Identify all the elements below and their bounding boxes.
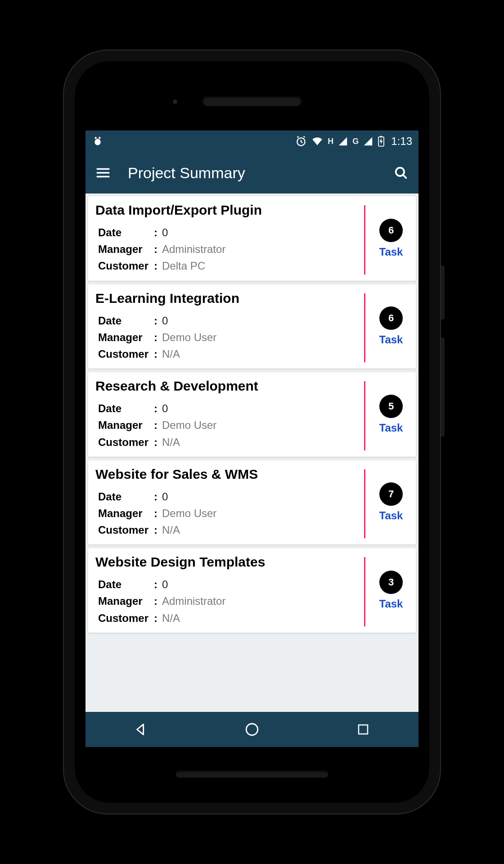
page-title: Project Summary — [128, 164, 393, 182]
project-title: Website for Sales & WMS — [95, 467, 360, 482]
customer-label: Customer — [95, 610, 154, 626]
project-card[interactable]: Research & Development Date : 0 Manager … — [88, 372, 416, 457]
card-content: Research & Development Date : 0 Manager … — [95, 378, 360, 450]
task-count-badge: 6 — [379, 306, 403, 330]
svg-point-1 — [99, 137, 100, 139]
task-label: Task — [379, 598, 403, 610]
project-title: E-Learning Integration — [95, 291, 360, 306]
card-content: Website Design Templates Date : 0 Manage… — [95, 554, 360, 626]
task-count-badge: 3 — [379, 571, 403, 594]
project-title: Data Import/Export Plugin — [95, 202, 360, 218]
customer-label: Customer — [95, 522, 154, 538]
accent-divider — [364, 557, 365, 626]
accent-divider — [364, 469, 365, 539]
alarm-icon — [295, 135, 307, 147]
date-label: Date — [95, 576, 154, 593]
sensor-dot — [173, 99, 177, 104]
task-count-badge: 5 — [379, 395, 403, 418]
task-count-badge: 7 — [379, 482, 403, 506]
nav-recent-button[interactable] — [336, 723, 390, 736]
accent-divider — [364, 293, 365, 363]
screen: H G 1:13 Proje — [86, 130, 418, 747]
task-count-box[interactable]: 7 Task — [374, 467, 409, 539]
status-time: 1:13 — [391, 135, 412, 148]
status-bar: H G 1:13 — [86, 130, 418, 152]
task-label: Task — [379, 422, 403, 434]
card-content: E-Learning Integration Date : 0 Manager … — [95, 291, 360, 363]
manager-value: Administrator — [162, 593, 225, 609]
customer-label: Customer — [95, 257, 154, 274]
date-label: Date — [95, 400, 154, 417]
project-card[interactable]: E-Learning Integration Date : 0 Manager … — [88, 284, 416, 369]
svg-rect-2 — [95, 139, 101, 145]
customer-value: N/A — [162, 434, 180, 450]
svg-point-0 — [95, 137, 97, 139]
nav-back-button[interactable] — [114, 722, 168, 737]
signal2-icon — [363, 136, 373, 146]
project-title: Website Design Templates — [95, 554, 360, 570]
wifi-icon — [311, 135, 323, 147]
network2-label: G — [352, 137, 359, 146]
manager-value: Demo User — [162, 505, 216, 522]
debug-icon — [92, 135, 104, 147]
svg-point-7 — [246, 724, 258, 735]
task-count-box[interactable]: 6 Task — [374, 291, 409, 363]
task-label: Task — [379, 246, 403, 258]
date-value: 0 — [162, 400, 168, 417]
search-icon[interactable] — [393, 165, 409, 180]
svg-rect-8 — [359, 725, 368, 734]
task-count-box[interactable]: 5 Task — [374, 378, 409, 450]
card-content: Data Import/Export Plugin Date : 0 Manag… — [95, 202, 360, 274]
date-value: 0 — [162, 312, 168, 329]
customer-label: Customer — [95, 346, 154, 362]
manager-label: Manager — [95, 241, 154, 257]
customer-value: N/A — [162, 346, 180, 362]
manager-label: Manager — [95, 505, 154, 522]
card-content: Website for Sales & WMS Date : 0 Manager… — [95, 467, 360, 539]
manager-value: Demo User — [162, 417, 216, 433]
date-label: Date — [95, 224, 154, 241]
task-label: Task — [379, 333, 403, 346]
hamburger-icon[interactable] — [95, 165, 111, 180]
project-card[interactable]: Data Import/Export Plugin Date : 0 Manag… — [88, 196, 416, 281]
customer-value: Delta PC — [162, 257, 205, 274]
project-card[interactable]: Website Design Templates Date : 0 Manage… — [88, 548, 416, 633]
manager-value: Administrator — [162, 241, 225, 257]
nav-home-button[interactable] — [225, 722, 279, 737]
signal1-icon — [338, 136, 348, 146]
date-label: Date — [95, 312, 154, 329]
task-count-box[interactable]: 3 Task — [374, 554, 409, 626]
customer-label: Customer — [95, 434, 154, 450]
app-bar: Project Summary — [86, 152, 418, 194]
volume-button[interactable] — [441, 338, 445, 436]
manager-label: Manager — [95, 417, 154, 433]
task-count-box[interactable]: 6 Task — [374, 202, 409, 274]
speaker-top — [202, 96, 302, 106]
manager-label: Manager — [95, 329, 154, 346]
task-label: Task — [379, 509, 403, 522]
nav-bar — [86, 712, 418, 747]
accent-divider — [364, 381, 365, 450]
project-card[interactable]: Website for Sales & WMS Date : 0 Manager… — [88, 460, 416, 545]
task-count-badge: 6 — [379, 219, 403, 242]
project-list[interactable]: Data Import/Export Plugin Date : 0 Manag… — [86, 194, 418, 712]
manager-label: Manager — [95, 593, 154, 609]
phone-frame: H G 1:13 Proje — [63, 50, 441, 814]
date-value: 0 — [162, 576, 168, 593]
manager-value: Demo User — [162, 329, 216, 346]
phone-inner: H G 1:13 Proje — [75, 61, 429, 803]
date-value: 0 — [162, 488, 168, 505]
accent-divider — [364, 205, 365, 274]
date-value: 0 — [162, 224, 168, 241]
power-button[interactable] — [441, 266, 445, 320]
customer-value: N/A — [162, 610, 180, 626]
svg-rect-5 — [380, 136, 382, 137]
speaker-bottom — [176, 770, 328, 778]
network1-label: H — [328, 137, 333, 146]
customer-value: N/A — [162, 522, 180, 538]
project-title: Research & Development — [95, 378, 360, 394]
battery-charging-icon — [378, 136, 385, 147]
date-label: Date — [95, 488, 154, 505]
